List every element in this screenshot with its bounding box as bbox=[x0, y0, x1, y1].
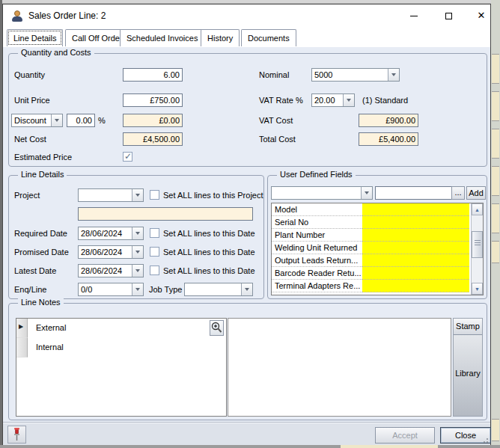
discount-type-combobox[interactable]: Discount bbox=[11, 114, 63, 127]
enq-line-value: 0/0 bbox=[81, 285, 92, 295]
note-text-area[interactable] bbox=[228, 318, 451, 417]
maximize-button[interactable] bbox=[437, 7, 460, 24]
chevron-down-icon[interactable] bbox=[132, 246, 143, 258]
required-date-picker[interactable]: 28/06/2024 bbox=[78, 227, 144, 240]
set-all-promised-date-checkbox[interactable] bbox=[150, 247, 159, 257]
line-notes-grid: ▶ External Internal bbox=[16, 318, 227, 417]
project-combobox[interactable] bbox=[78, 188, 144, 202]
tab-strip: Line Details Call Off Order Scheduled In… bbox=[3, 28, 490, 47]
line-notes-toolbar: Stamp Library bbox=[453, 318, 483, 417]
udf-row[interactable]: Model bbox=[272, 203, 457, 216]
chevron-down-icon[interactable] bbox=[241, 283, 252, 295]
stamp-button[interactable]: Stamp bbox=[454, 319, 482, 335]
udf-row[interactable]: Terminal Adapters Re... bbox=[272, 280, 457, 292]
promised-date-picker[interactable]: 28/06/2024 bbox=[78, 245, 144, 259]
udf-row[interactable]: Serial No bbox=[272, 216, 457, 229]
vat-rate-value: 20.00 bbox=[314, 96, 335, 105]
udf-add-button[interactable]: Add bbox=[466, 186, 486, 200]
required-date-label: Required Date bbox=[14, 229, 67, 238]
vat-cost-label: VAT Cost bbox=[259, 116, 293, 125]
chevron-down-icon[interactable] bbox=[132, 283, 143, 295]
close-icon: ✕ bbox=[478, 10, 486, 21]
scrollbar-thumb[interactable] bbox=[472, 231, 483, 258]
line-notes-legend: Line Notes bbox=[18, 298, 64, 307]
udf-row[interactable]: Welding Unit Returned bbox=[272, 242, 457, 254]
latest-date-value: 28/06/2024 bbox=[81, 266, 122, 276]
udf-value-cell[interactable] bbox=[362, 216, 469, 229]
check-icon: ✓ bbox=[124, 151, 132, 162]
pin-button[interactable] bbox=[7, 426, 26, 444]
project-description-field bbox=[78, 207, 253, 221]
title-bar[interactable]: Sales Order Line: 2 ✕ bbox=[3, 4, 490, 28]
chevron-down-icon[interactable] bbox=[343, 94, 354, 106]
note-row-internal[interactable]: Internal bbox=[16, 338, 226, 358]
tab-line-details[interactable]: Line Details bbox=[7, 29, 63, 46]
note-row-label: External bbox=[36, 323, 66, 332]
enq-line-combobox[interactable]: 0/0 bbox=[78, 283, 144, 296]
scroll-up-icon[interactable]: ▲ bbox=[472, 203, 483, 215]
total-cost-label: Total Cost bbox=[259, 135, 296, 144]
udf-value-cell[interactable] bbox=[362, 242, 469, 254]
chevron-down-icon[interactable] bbox=[132, 227, 143, 239]
latest-date-label: Latest Date bbox=[14, 266, 56, 275]
enq-line-label: Enq/Line bbox=[14, 285, 46, 294]
udf-scrollbar[interactable]: ▲ ▼ bbox=[471, 203, 483, 295]
chevron-down-icon[interactable] bbox=[132, 265, 143, 277]
maximize-icon bbox=[445, 13, 452, 19]
latest-date-picker[interactable]: 28/06/2024 bbox=[78, 264, 144, 277]
minimize-button[interactable] bbox=[403, 7, 425, 24]
chevron-down-icon[interactable] bbox=[361, 187, 372, 199]
note-row-label: Internal bbox=[36, 343, 64, 352]
vat-cost-field: £900.00 bbox=[359, 114, 418, 127]
resize-grip[interactable] bbox=[481, 436, 489, 444]
row-header[interactable]: ▶ bbox=[16, 319, 28, 338]
zoom-note-button[interactable] bbox=[210, 320, 224, 336]
job-type-combobox[interactable] bbox=[184, 283, 253, 296]
set-all-project-checkbox[interactable] bbox=[150, 190, 159, 200]
library-button[interactable]: Library bbox=[454, 336, 482, 415]
unit-price-input[interactable]: £750.00 bbox=[123, 93, 183, 107]
footer-bar: Accept Close bbox=[3, 422, 490, 445]
chevron-down-icon[interactable] bbox=[132, 189, 143, 201]
set-all-required-date-checkbox[interactable] bbox=[150, 228, 159, 238]
estimated-price-checkbox[interactable]: ✓ bbox=[123, 152, 132, 162]
discount-type-value: Discount bbox=[14, 116, 46, 126]
udf-value-input[interactable] bbox=[375, 186, 452, 200]
udf-row[interactable]: Output Leads Return... bbox=[272, 254, 457, 267]
udf-field-combobox[interactable] bbox=[271, 186, 373, 200]
udf-value-cell[interactable] bbox=[362, 203, 469, 216]
set-all-latest-date-checkbox[interactable] bbox=[150, 266, 159, 275]
udf-row[interactable]: Plant Number bbox=[272, 229, 457, 242]
quantity-label: Quantity bbox=[14, 70, 45, 79]
tab-scheduled-invoices[interactable]: Scheduled Invoices bbox=[120, 29, 204, 46]
set-all-project-label: Set ALL lines to this Project bbox=[163, 191, 263, 200]
udf-ellipsis-button[interactable]: ... bbox=[451, 186, 465, 200]
note-row-external[interactable]: ▶ External bbox=[16, 319, 226, 338]
promised-date-label: Promised Date bbox=[14, 248, 69, 257]
discount-percent-input[interactable]: 0.00 bbox=[67, 114, 95, 127]
set-all-promised-date-label: Set ALL lines to this Date bbox=[163, 248, 255, 257]
job-type-label: Job Type bbox=[149, 285, 182, 294]
udf-row[interactable]: Barcode Reader Retu... bbox=[272, 267, 457, 280]
close-window-button[interactable]: ✕ bbox=[470, 7, 493, 24]
vat-rate-combobox[interactable]: 20.00 bbox=[311, 93, 355, 107]
discount-amount-field: £0.00 bbox=[123, 114, 183, 127]
chevron-down-icon[interactable] bbox=[388, 69, 399, 81]
percent-sign-label: % bbox=[98, 116, 106, 125]
accept-button[interactable]: Accept bbox=[375, 427, 435, 444]
quantity-input[interactable]: 6.00 bbox=[123, 68, 183, 82]
scroll-down-icon[interactable]: ▼ bbox=[472, 283, 483, 295]
chevron-down-icon[interactable] bbox=[51, 114, 62, 126]
row-header[interactable] bbox=[16, 338, 28, 358]
nominal-combobox[interactable]: 5000 bbox=[311, 68, 400, 82]
tab-documents[interactable]: Documents bbox=[241, 29, 296, 46]
udf-value-cell[interactable] bbox=[362, 229, 469, 242]
net-cost-field: £4,500.00 bbox=[123, 132, 183, 146]
udf-value-cell[interactable] bbox=[362, 267, 469, 280]
udf-grid: Model Serial No Plant Number Welding Uni… bbox=[271, 203, 484, 295]
tab-history[interactable]: History bbox=[201, 29, 240, 46]
pin-icon bbox=[8, 426, 25, 443]
udf-value-cell[interactable] bbox=[362, 280, 469, 292]
row-indicator-icon: ▶ bbox=[19, 323, 23, 330]
udf-value-cell[interactable] bbox=[362, 254, 469, 267]
